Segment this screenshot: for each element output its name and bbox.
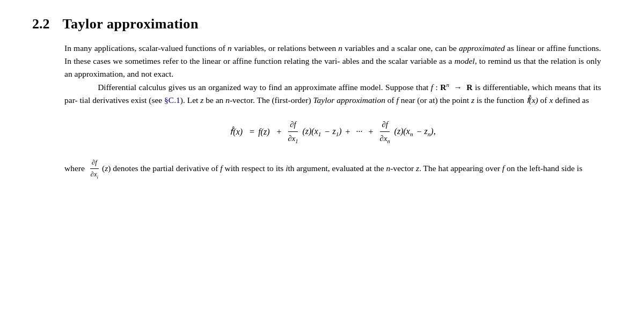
var-n-3: n — [225, 95, 230, 105]
frac-n-arg: (z)(xn — [394, 125, 413, 139]
section-ref-C1[interactable]: §C.1 — [164, 95, 180, 105]
var-f-1: f — [431, 83, 433, 92]
frac-n: ∂f ∂xn — [378, 119, 392, 146]
paragraph-1: In many applications, scalar-valued func… — [64, 42, 601, 80]
var-f-3: f — [220, 164, 222, 173]
em-model: model — [455, 56, 475, 65]
fz-term: f(z) — [258, 126, 269, 139]
minus-1: − — [325, 126, 330, 139]
plus-3: + — [369, 126, 374, 139]
section-header: 2.2 Taylor approximation — [32, 16, 612, 32]
section-content: In many applications, scalar-valued func… — [64, 42, 601, 181]
var-n-1: n — [228, 43, 232, 53]
bold-R: R — [466, 83, 472, 92]
formula-display: f̂(x) = f(z) + ∂f ∂x1 (z)(x1 − z1) + ···… — [64, 119, 601, 146]
fhat-lhs: f̂(x) — [230, 126, 243, 139]
var-z-inline: z — [105, 164, 108, 173]
bold-Rn: R — [440, 83, 446, 92]
frac-inline-den: ∂xi — [89, 169, 100, 181]
em-taylor: Taylor approximation — [313, 95, 385, 105]
em-approximated: approximated — [459, 43, 505, 53]
var-f-2: f — [397, 95, 399, 105]
frac-n-num: ∂f — [380, 119, 389, 132]
var-x-1: x — [549, 95, 553, 105]
frac-1-arg: (z)(x1 — [302, 125, 321, 139]
plus-1: + — [276, 126, 281, 139]
section-title: Taylor approximation — [63, 16, 199, 32]
var-n-2: n — [338, 43, 342, 53]
plus-2: + — [346, 126, 350, 139]
var-f-4: f — [502, 164, 504, 173]
paragraph-2: Differential calculus gives us an organi… — [64, 80, 601, 107]
z1: z1) — [332, 125, 341, 139]
frac-inline: ∂f ∂xi — [89, 158, 100, 181]
var-z-1: z — [200, 95, 203, 105]
fhat-x: f̂(x) — [526, 95, 538, 105]
var-i: i — [286, 164, 288, 173]
frac-1-num: ∂f — [288, 119, 297, 132]
frac-inline-num: ∂f — [90, 158, 99, 169]
page-container: 2.2 Taylor approximation In many applica… — [32, 16, 612, 181]
var-z-2: z — [471, 95, 474, 105]
frac-1-den: ∂x1 — [286, 132, 299, 146]
minus-n: − — [416, 126, 421, 139]
formula: f̂(x) = f(z) + ∂f ∂x1 (z)(x1 − z1) + ···… — [230, 119, 435, 146]
var-z-3: z — [416, 164, 419, 173]
frac-n-den: ∂xn — [378, 132, 392, 146]
partial-deriv-inline: ∂f ∂xi — [88, 158, 101, 181]
frac-1: ∂f ∂x1 — [286, 119, 299, 146]
zn: zn), — [425, 125, 436, 139]
cdots: ··· — [356, 126, 363, 139]
paragraph-3: where ∂f ∂xi (z) denotes the partial der… — [64, 158, 601, 181]
section-number: 2.2 — [32, 16, 50, 32]
var-n-4: n — [386, 164, 391, 173]
equals: = — [250, 126, 254, 139]
